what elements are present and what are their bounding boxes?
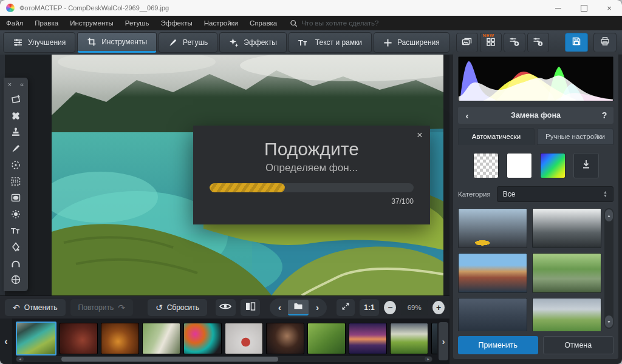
menu-item[interactable]: Файл bbox=[6, 19, 23, 27]
filmstrip-next-button[interactable]: › bbox=[439, 322, 448, 360]
prev-photo-button[interactable]: ‹ bbox=[272, 302, 287, 312]
category-row: Категория Все ▲ ▼ bbox=[458, 186, 613, 202]
apply-button[interactable]: Применить bbox=[458, 336, 538, 354]
filmstrip-thumbnail[interactable] bbox=[307, 323, 346, 354]
menu-item[interactable]: Настройки bbox=[204, 19, 238, 27]
download-backgrounds-button[interactable] bbox=[573, 153, 599, 178]
compare-split-button[interactable] bbox=[241, 299, 261, 316]
scrollbar-thumb[interactable] bbox=[61, 357, 278, 362]
filmstrip-thumbnail[interactable] bbox=[225, 323, 263, 354]
scroll-left-button[interactable]: ◂ bbox=[16, 357, 24, 362]
background-thumbnail[interactable] bbox=[458, 298, 527, 331]
background-thumbnail[interactable] bbox=[532, 253, 601, 293]
search-placeholder: Что вы хотите сделать? bbox=[301, 19, 378, 27]
scroll-down-button[interactable]: ▼ bbox=[605, 315, 613, 328]
app-logo-icon bbox=[6, 4, 15, 12]
filmstrip-thumbnail[interactable] bbox=[183, 323, 222, 354]
filmstrip-thumbnail[interactable] bbox=[431, 323, 437, 354]
cancel-button[interactable]: Отмена bbox=[543, 336, 613, 354]
undo-button[interactable]: ↶ Отменить bbox=[5, 299, 66, 316]
close-button[interactable]: × bbox=[596, 0, 622, 16]
filmstrip-thumbnail[interactable] bbox=[349, 323, 387, 354]
graduated-filter-tool-button[interactable] bbox=[7, 173, 25, 189]
filmstrip-thumbnail[interactable] bbox=[390, 323, 428, 354]
menu-item[interactable]: Инструменты bbox=[70, 19, 114, 27]
background-swatch[interactable] bbox=[507, 153, 532, 178]
straighten-tool-button[interactable] bbox=[7, 91, 25, 107]
tab-tools[interactable]: Инструменты bbox=[77, 32, 157, 53]
open-folder-button[interactable] bbox=[288, 300, 309, 315]
filmstrip-thumbnail[interactable] bbox=[266, 323, 304, 354]
brush-tool-button[interactable] bbox=[7, 140, 25, 157]
save-button[interactable] bbox=[565, 33, 588, 52]
preset-save-button[interactable] bbox=[527, 33, 549, 52]
dialog-close-button[interactable]: × bbox=[417, 129, 423, 141]
background-thumbnail[interactable] bbox=[458, 253, 527, 293]
spinner-icons[interactable]: ▲ ▼ bbox=[603, 190, 607, 198]
menu-item[interactable]: Правка bbox=[35, 19, 58, 27]
maximize-button[interactable] bbox=[571, 0, 596, 16]
background-thumbnail[interactable] bbox=[532, 298, 601, 331]
relight-tool-button[interactable] bbox=[7, 206, 25, 222]
window-controls: × bbox=[545, 0, 622, 16]
palette-collapse-button[interactable]: « bbox=[20, 81, 24, 88]
panel-back-button[interactable]: ‹ bbox=[458, 110, 476, 121]
search-box[interactable]: Что вы хотите сделать? bbox=[290, 19, 378, 27]
palette-close-button[interactable]: × bbox=[8, 81, 12, 88]
next-photo-button[interactable]: › bbox=[310, 302, 324, 312]
healing-patch-tool-button[interactable] bbox=[7, 107, 25, 124]
reset-button[interactable]: ↺ Сбросить bbox=[148, 299, 207, 316]
text-tool-button[interactable]: Tт bbox=[7, 222, 25, 238]
preset-download-icon bbox=[533, 36, 544, 49]
menu-item[interactable]: Ретушь bbox=[125, 19, 149, 27]
image-library-button[interactable] bbox=[456, 33, 478, 52]
panel-help-button[interactable]: ? bbox=[595, 110, 613, 120]
new-collections-button[interactable]: NEW bbox=[480, 33, 502, 52]
background-thumbnail[interactable] bbox=[532, 208, 601, 248]
tab-effects[interactable]: Эффекты bbox=[219, 32, 287, 53]
distortion-tool-button[interactable] bbox=[7, 271, 25, 288]
progress-fill bbox=[210, 183, 285, 192]
print-button[interactable] bbox=[593, 33, 617, 52]
tool-palette: × « Tт bbox=[4, 78, 28, 291]
progress-bar bbox=[210, 183, 414, 192]
minimize-button[interactable] bbox=[545, 0, 571, 16]
app-window: ФотоМАСТЕР - CompDeskWalCol-2969__069.jp… bbox=[0, 0, 622, 364]
tab-improvements[interactable]: Улучшения bbox=[3, 32, 75, 53]
expand-icon bbox=[341, 302, 350, 314]
stamp-tool-button[interactable] bbox=[7, 124, 25, 140]
filmstrip-scrollbar[interactable]: ◂ ▸ bbox=[16, 356, 432, 362]
grid-scrollbar[interactable]: ▲ ▼ bbox=[604, 208, 613, 329]
tab-text-frames[interactable]: Tт Текст и рамки bbox=[289, 32, 372, 53]
background-thumbnail[interactable] bbox=[458, 208, 527, 248]
filmstrip-collapse-button[interactable]: ‹ bbox=[0, 318, 12, 364]
background-swatch[interactable] bbox=[473, 153, 499, 178]
curve-tool-button[interactable] bbox=[7, 255, 25, 271]
actual-size-button[interactable]: 1:1 bbox=[360, 299, 380, 316]
filmstrip-thumbnail[interactable] bbox=[142, 323, 180, 354]
category-dropdown[interactable]: Все ▲ ▼ bbox=[497, 186, 613, 202]
shape-tool-button[interactable] bbox=[7, 238, 25, 255]
tab-retouch[interactable]: Ретушь bbox=[159, 32, 217, 53]
radial-filter-tool-button[interactable] bbox=[7, 157, 25, 173]
filmstrip-thumbnail[interactable] bbox=[60, 323, 98, 354]
filmstrip-thumbnail[interactable] bbox=[16, 322, 56, 356]
zoom-out-button[interactable]: − bbox=[384, 301, 396, 314]
zoom-in-button[interactable]: + bbox=[432, 301, 445, 314]
fit-screen-button[interactable] bbox=[337, 299, 354, 316]
redo-button[interactable]: Повторить ↷ bbox=[70, 299, 133, 316]
tab-manual-settings[interactable]: Ручные настройки bbox=[537, 128, 613, 145]
preset-add-button[interactable] bbox=[504, 33, 525, 52]
menu-item[interactable]: Справка bbox=[250, 19, 277, 27]
filmstrip-thumbnail[interactable] bbox=[101, 323, 139, 354]
preview-original-button[interactable] bbox=[216, 299, 236, 316]
menu-item[interactable]: Эффекты bbox=[160, 19, 192, 27]
scroll-right-button[interactable]: ▸ bbox=[425, 357, 432, 362]
scroll-up-button[interactable]: ▲ bbox=[605, 209, 613, 221]
background-swatch[interactable] bbox=[540, 153, 566, 178]
vignette-tool-button[interactable] bbox=[7, 189, 25, 206]
window-title: ФотоМАСТЕР - CompDeskWalCol-2969__069.jp… bbox=[19, 4, 169, 12]
tab-extensions[interactable]: Расширения bbox=[374, 32, 449, 53]
tab-automatic[interactable]: Автоматически bbox=[458, 128, 535, 145]
radial-filter-icon bbox=[10, 159, 22, 171]
